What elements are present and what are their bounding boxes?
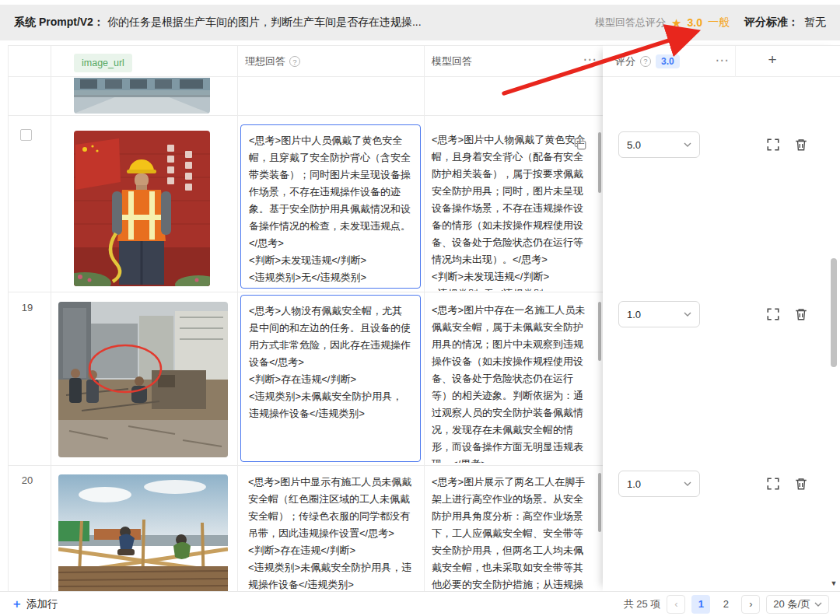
ideal-answer-cell[interactable]: <思考>图片中显示有施工人员未佩戴安全帽（红色圈注区域的工人未佩戴安全帽）；传绿… bbox=[240, 467, 421, 600]
help-icon[interactable]: ? bbox=[640, 56, 651, 67]
cell-scrollbar[interactable] bbox=[598, 473, 601, 532]
chevron-down-icon bbox=[814, 602, 822, 607]
page-size-label: 20 条/页 bbox=[773, 597, 810, 611]
column-divider bbox=[237, 45, 238, 591]
score-value: 1.0 bbox=[627, 309, 641, 320]
score-label: 评分 bbox=[615, 54, 635, 68]
delete-row-icon[interactable] bbox=[794, 307, 808, 321]
score-row: 1.0 bbox=[618, 471, 700, 497]
total-count: 共 25 项 bbox=[624, 597, 661, 611]
table-footer: ＋ 添加行 共 25 项 ‹ 1 2 › 20 条/页 bbox=[0, 591, 840, 616]
page-size-select[interactable]: 20 条/页 bbox=[766, 595, 829, 614]
worker-photo-art bbox=[74, 131, 210, 286]
chevron-down-icon bbox=[684, 312, 691, 317]
cell-photo-construction-site[interactable] bbox=[58, 302, 228, 457]
column-header-ideal-answer: 理想回答 ? bbox=[245, 54, 300, 68]
overall-score-area: 模型回答总评分 ★ 3.0 一般 评分标准： 暂无 bbox=[595, 16, 826, 30]
score-select[interactable]: 1.0 bbox=[618, 471, 700, 497]
next-page-button[interactable]: › bbox=[741, 595, 760, 614]
scroll-down-icon[interactable]: ▼ bbox=[828, 577, 839, 590]
star-icon: ★ bbox=[671, 17, 681, 29]
add-row-label: 添加行 bbox=[26, 597, 58, 611]
cell-scrollbar[interactable] bbox=[598, 132, 601, 193]
page-scrollbar[interactable]: ▼ bbox=[828, 78, 839, 590]
column-divider bbox=[51, 45, 51, 591]
row-divider bbox=[8, 465, 603, 466]
model-answer-label: 模型回答 bbox=[432, 54, 472, 68]
score-column-menu-icon[interactable]: ⋯ bbox=[710, 52, 733, 68]
expand-row-icon[interactable] bbox=[766, 307, 780, 321]
page-1-button[interactable]: 1 bbox=[691, 595, 710, 614]
score-row: 1.0 bbox=[618, 301, 700, 327]
cell-photo-workshop-partial[interactable] bbox=[74, 78, 210, 114]
prev-page-button[interactable]: ‹ bbox=[667, 595, 685, 614]
delete-row-icon[interactable] bbox=[794, 477, 808, 491]
score-average-badge: 3.0 bbox=[656, 54, 680, 68]
workshop-photo-art bbox=[74, 78, 210, 114]
delete-row-icon[interactable] bbox=[794, 138, 808, 152]
model-answer-cell[interactable]: <思考>图片展示了两名工人在脚手架上进行高空作业的场景。从安全防护用具角度分析：… bbox=[425, 467, 603, 600]
add-column-icon[interactable]: + bbox=[761, 51, 784, 68]
score-row: 5.0 bbox=[618, 131, 700, 158]
add-row-button[interactable]: ＋ 添加行 bbox=[11, 597, 58, 611]
score-column-panel: 评分 ? 3.0 ⋯ + 5.0 1.0 bbox=[603, 45, 840, 591]
panel-divider bbox=[735, 46, 736, 77]
construction-photo-art bbox=[58, 302, 228, 457]
total-score-value: 3.0 bbox=[688, 16, 702, 29]
ideal-answer-cell[interactable]: <思考>人物没有佩戴安全帽，尤其是中间的和左边的任务。且设备的使用方式非常危险，… bbox=[240, 295, 421, 462]
ideal-answer-cell[interactable]: <思考>图片中人员佩戴了黄色安全帽，且穿戴了安全防护背心（含安全带类装备）；同时… bbox=[240, 124, 421, 289]
copy-icon[interactable] bbox=[573, 137, 587, 151]
expand-row-icon[interactable] bbox=[766, 138, 780, 152]
evaluation-app: 系统 Prompt/V2： 你的任务是根据生产车间的图片，判断生产车间是否存在违… bbox=[0, 0, 840, 616]
score-value: 5.0 bbox=[627, 139, 641, 151]
row-number: 20 bbox=[17, 474, 37, 486]
row-divider bbox=[8, 292, 603, 292]
row-checkbox[interactable] bbox=[20, 129, 32, 141]
column-header-score: 评分 ? 3.0 ⋯ + bbox=[603, 46, 840, 77]
total-score-label: 模型回答总评分 bbox=[595, 16, 666, 30]
cell-scrollbar[interactable] bbox=[598, 302, 601, 361]
column-header-model-answer: 模型回答 bbox=[432, 54, 472, 68]
row-divider bbox=[8, 45, 603, 46]
pagination: 共 25 项 ‹ 1 2 › 20 条/页 bbox=[624, 595, 829, 614]
plus-icon: ＋ bbox=[11, 597, 23, 611]
row-divider bbox=[8, 115, 603, 116]
expand-row-icon[interactable] bbox=[766, 477, 780, 491]
row-divider bbox=[8, 76, 603, 77]
row-number: 19 bbox=[17, 302, 37, 313]
model-answer-cell[interactable]: <思考>图片中存在一名施工人员未佩戴安全帽，属于未佩戴安全防护用具的情况；图片中… bbox=[425, 295, 603, 463]
score-value: 1.0 bbox=[627, 478, 641, 490]
scrollbar-thumb[interactable] bbox=[831, 258, 837, 367]
help-icon[interactable]: ? bbox=[289, 56, 300, 67]
ideal-answer-label: 理想回答 bbox=[245, 54, 285, 68]
total-score-level: 一般 bbox=[708, 16, 730, 30]
cell-photo-scaffold-workers[interactable] bbox=[58, 474, 228, 591]
score-standard-label: 评分标准： bbox=[744, 16, 799, 30]
cell-photo-worker-vest[interactable] bbox=[74, 131, 210, 286]
score-select[interactable]: 1.0 bbox=[618, 301, 700, 327]
scaffold-photo-art bbox=[58, 474, 228, 591]
table-left-border bbox=[8, 45, 9, 591]
column-header-image-url[interactable]: image_url bbox=[74, 54, 132, 72]
chevron-down-icon bbox=[684, 142, 691, 147]
page-2-button[interactable]: 2 bbox=[716, 595, 735, 614]
system-prompt-label: 系统 Prompt/V2： bbox=[14, 16, 104, 30]
score-select[interactable]: 5.0 bbox=[618, 131, 700, 158]
chevron-down-icon bbox=[684, 481, 691, 486]
score-standard-value: 暂无 bbox=[804, 16, 826, 30]
model-column-menu-icon[interactable]: ⋯ bbox=[577, 51, 602, 68]
system-prompt-bar: 系统 Prompt/V2： 你的任务是根据生产车间的图片，判断生产车间是否存在违… bbox=[0, 5, 840, 40]
system-prompt-text: 你的任务是根据生产车间的图片，判断生产车间是否存在违规操... bbox=[107, 16, 422, 30]
column-divider bbox=[424, 45, 425, 591]
system-prompt[interactable]: 系统 Prompt/V2： 你的任务是根据生产车间的图片，判断生产车间是否存在违… bbox=[14, 16, 422, 30]
